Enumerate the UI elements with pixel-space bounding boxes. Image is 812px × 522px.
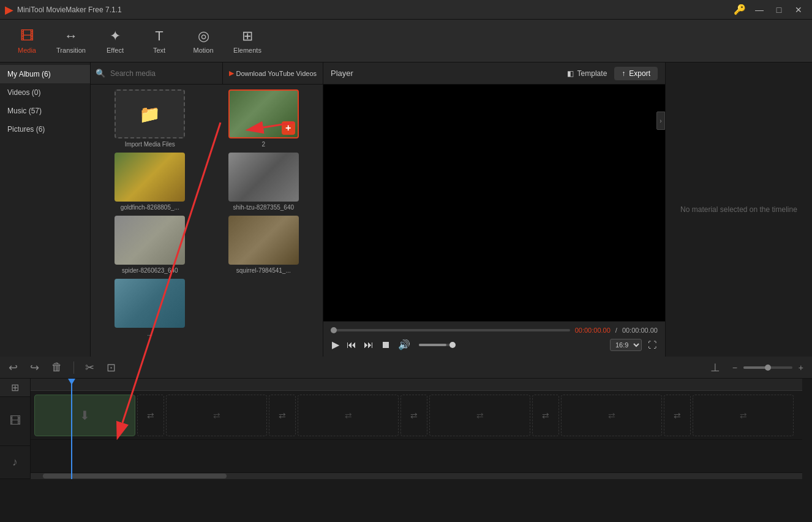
export-icon: ↑ xyxy=(622,69,625,78)
toolbar-elements-label: Elements xyxy=(233,47,261,54)
sidebar-item-music[interactable]: Music (57) xyxy=(0,102,90,120)
delete-button[interactable]: 🗑 xyxy=(48,360,66,375)
video-clip-empty-3[interactable]: ⇄ xyxy=(429,395,530,436)
motion-icon: ◎ xyxy=(198,28,209,44)
player-buttons: ▶ ⏮ ⏭ ⏹ 🔊 16:9 9:16 1:1 4:3 ⛶ xyxy=(331,338,658,352)
video-clip-empty-5[interactable]: ⇄ xyxy=(693,395,794,436)
template-button[interactable]: ◧ Template xyxy=(560,67,615,80)
video-clip-empty-1[interactable]: ⇄ xyxy=(166,395,267,436)
media-thumb-shih-tzu xyxy=(228,153,299,202)
media-item-spider[interactable]: spider-8260623_640 xyxy=(96,216,205,274)
zoom-slider[interactable] xyxy=(743,366,792,369)
sidebar: My Album (6) Videos (0) Music (57) Pictu… xyxy=(0,62,91,357)
player-progress-bar: 00:00:00.00 / 00:00:00.00 xyxy=(331,327,658,334)
text-icon: T xyxy=(155,28,163,44)
crop-button[interactable]: ⊡ xyxy=(103,360,119,376)
current-time: 00:00:00.00 xyxy=(575,327,611,334)
fullscreen-button[interactable]: ⛶ xyxy=(647,339,658,351)
toolbar-divider xyxy=(73,361,74,374)
audio-track-label: ♪ xyxy=(0,446,30,479)
aspect-ratio-select[interactable]: 16:9 9:16 1:1 4:3 xyxy=(610,339,642,351)
youtube-download-btn[interactable]: ▶ Download YouTube Videos xyxy=(222,62,323,84)
undo-button[interactable]: ↩ xyxy=(5,360,21,376)
transition-slot-2[interactable]: ⇄ xyxy=(269,395,296,436)
template-label: Template xyxy=(577,69,607,78)
toolbar-motion-btn[interactable]: ◎ Motion xyxy=(181,21,225,61)
media-thumb-bird xyxy=(115,279,185,328)
toolbar-transition-btn[interactable]: ↔ Transition xyxy=(49,21,93,61)
volume-handle[interactable] xyxy=(449,342,456,348)
transition-slot-3[interactable]: ⇄ xyxy=(400,395,427,436)
import-media-label: Import Media Files xyxy=(125,141,175,148)
zoom-handle[interactable] xyxy=(765,365,771,371)
time-separator: / xyxy=(615,327,617,334)
empty-clip-icon-3: ⇄ xyxy=(476,410,484,420)
transition-slot-5[interactable]: ⇄ xyxy=(664,395,691,436)
media-label-spider: spider-8260623_640 xyxy=(122,267,178,274)
mute-button[interactable]: 🔊 xyxy=(397,338,412,352)
transition-slot-4[interactable]: ⇄ xyxy=(532,395,559,436)
volume-fill xyxy=(419,344,446,346)
sidebar-item-my-album[interactable]: My Album (6) xyxy=(0,65,90,83)
timeline-track-labels: ⊞ 🎞 ♪ xyxy=(0,379,31,479)
media-label-goldfinch: goldfinch-8268805_... xyxy=(121,204,179,211)
media-item-shih-tzu[interactable]: shih-tzu-8287355_640 xyxy=(209,153,318,211)
key-icon: 🔑 xyxy=(734,4,746,15)
next-frame-button[interactable]: ⏭ xyxy=(363,338,375,352)
maximize-button[interactable]: □ xyxy=(770,4,788,16)
toolbar-text-btn[interactable]: T Text xyxy=(137,21,181,61)
play-button[interactable]: ▶ xyxy=(331,338,340,352)
stop-button[interactable]: ⏹ xyxy=(380,338,392,352)
media-thumb-squirrel xyxy=(228,216,299,265)
redo-button[interactable]: ↪ xyxy=(26,360,43,376)
split-button[interactable]: ⊥ xyxy=(707,360,724,376)
transition-slot-1[interactable]: ⇄ xyxy=(137,395,164,436)
import-media-item[interactable]: 📁 Import Media Files xyxy=(96,89,205,148)
titlebar: ▶ MiniTool MovieMaker Free 7.1.1 🔑 — □ ✕ xyxy=(0,0,812,20)
video-clip-empty-4[interactable]: ⇄ xyxy=(561,395,662,436)
media-item-bird[interactable]: ... xyxy=(96,279,205,337)
video-clip-1[interactable]: ⬇ xyxy=(34,395,135,436)
yt-download-label: Download YouTube Videos xyxy=(236,70,317,77)
progress-track[interactable] xyxy=(331,329,570,331)
no-material-text: No material selected on the timeline xyxy=(668,193,810,226)
playhead[interactable] xyxy=(71,379,72,479)
toolbar-effect-btn[interactable]: ✦ Effect xyxy=(93,21,137,61)
search-input[interactable] xyxy=(110,69,222,78)
toolbar-effect-label: Effect xyxy=(107,47,124,54)
panel-collapse-button[interactable]: › xyxy=(656,112,665,130)
sidebar-item-pictures[interactable]: Pictures (6) xyxy=(0,120,90,138)
zoom-in-button[interactable]: + xyxy=(795,361,807,374)
export-button[interactable]: ↑ Export xyxy=(614,67,658,80)
timeline-tracks: ⬇ ⇄ ⇄ ⇄ ⇄ ⇄ ⇄ ⇄ ⇄ xyxy=(31,379,812,479)
volume-slider[interactable] xyxy=(419,344,456,346)
media-item-goldfinch[interactable]: goldfinch-8268805_... xyxy=(96,153,205,211)
search-icon: 🔍 xyxy=(91,69,110,78)
empty-clip-icon-1: ⇄ xyxy=(213,410,220,420)
zoom-out-button[interactable]: − xyxy=(729,361,741,374)
prev-frame-button[interactable]: ⏮ xyxy=(345,338,358,352)
sidebar-item-videos[interactable]: Videos (0) xyxy=(0,83,90,102)
progress-handle[interactable] xyxy=(331,327,337,333)
video-clip-empty-2[interactable]: ⇄ xyxy=(298,395,399,436)
media-panel: 🔍 ▶ Download YouTube Videos 📁 Import Med… xyxy=(91,62,323,357)
add-media-button[interactable]: ⊞ xyxy=(0,379,30,397)
video-track-row: ⬇ ⇄ ⇄ ⇄ ⇄ ⇄ ⇄ ⇄ ⇄ xyxy=(31,391,802,440)
toolbar-text-label: Text xyxy=(153,47,165,54)
player-panel: Player ◧ Template ↑ Export 00:00:00.00 /… xyxy=(323,62,665,357)
media-item-rabbit[interactable]: + 2 xyxy=(209,89,318,148)
timeline-scrollbar[interactable] xyxy=(31,473,802,479)
cut-button[interactable]: ✂ xyxy=(81,360,98,376)
toolbar-media-btn[interactable]: 🎞 Media xyxy=(5,21,49,61)
app-logo-icon: ▶ xyxy=(5,3,13,17)
minimize-button[interactable]: — xyxy=(751,4,768,16)
media-label-bird: ... xyxy=(148,330,152,337)
close-button[interactable]: ✕ xyxy=(790,4,807,16)
add-to-timeline-badge[interactable]: + xyxy=(282,121,295,135)
toolbar-elements-btn[interactable]: ⊞ Elements xyxy=(225,21,269,61)
media-item-squirrel[interactable]: squirrel-7984541_... xyxy=(209,216,318,274)
empty-clip-icon-4: ⇄ xyxy=(608,410,615,420)
zoom-fill xyxy=(743,366,768,369)
toolbar-motion-label: Motion xyxy=(193,47,213,54)
scrollbar-thumb[interactable] xyxy=(43,474,227,478)
